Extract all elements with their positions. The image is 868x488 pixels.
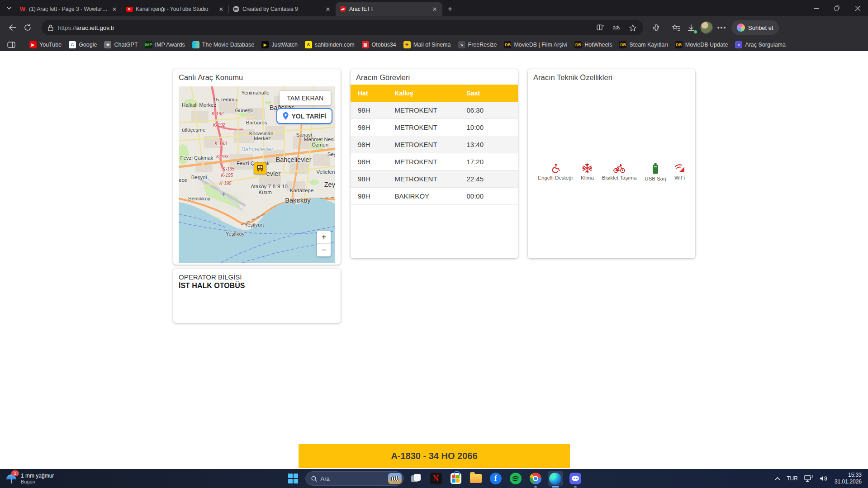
facebook-app[interactable]: f [488,471,503,486]
minimize-button[interactable] [806,0,826,16]
chrome-app[interactable] [528,471,543,486]
tab-close-icon[interactable]: ✕ [110,5,119,13]
spotify-app[interactable] [508,471,523,486]
bookmark-item[interactable]: The Movie Database [189,40,258,50]
map-place-label: Yeşilyurt [244,222,264,227]
bookmark-item[interactable]: DB MovieDB | Film Arşivi [500,40,571,50]
tab-close-icon[interactable]: ✕ [217,5,225,13]
search-highlight-zebra-image[interactable] [388,473,402,484]
bookmark-label: ChatGPT [114,42,138,48]
split-screen-icon[interactable] [593,20,608,35]
features-row: Engelli Desteği Klima Bisiklet Taşıma US… [528,163,695,181]
bookmark-favicon: DB [504,41,511,48]
tab-wowturkey[interactable]: W (1) Araç İett - Page 3 - Wowturkey ✕ [15,2,122,16]
microsoft-store-app[interactable] [448,471,464,486]
language-indicator[interactable]: TUR [787,475,798,482]
bookmark-favicon: G [69,41,76,48]
edge-app[interactable] [548,471,563,486]
zoom-out-button[interactable]: − [317,244,331,256]
column-saat: Saat [459,85,518,102]
directions-button[interactable]: YOL TARİFİ [276,108,332,124]
tab-camtasia[interactable]: Created by Camtasia 9 ✕ [229,2,336,16]
task-row: 98H METROKENT 22:45 [351,171,518,188]
task-departure: METROKENT [387,136,459,153]
bookmark-item[interactable]: DB MovieDB Update [672,40,732,50]
technical-features-card: Aracın Teknik Özellikleri Engelli Desteğ… [528,69,695,258]
discord-app[interactable] [568,471,583,486]
notification-badge: 1 [11,470,19,476]
url-text[interactable]: https://arac.iett.gov.tr [58,24,592,31]
address-bar[interactable]: https://arac.iett.gov.tr aあ [42,20,643,35]
vehicle-marker[interactable] [254,162,266,174]
downloads-icon[interactable] [683,20,699,35]
start-button[interactable] [285,471,301,486]
bookmark-favicon: ✈ [403,41,411,48]
sidebar-panel-icon[interactable] [5,40,17,49]
map-place-label: Mehmet Nesih [304,137,335,142]
bookmark-item[interactable]: DB Steam Kayıtları [616,40,671,50]
back-icon[interactable] [5,20,20,35]
file-explorer-app[interactable] [468,471,484,486]
speaker-icon[interactable] [820,475,828,482]
zoom-in-button[interactable]: + [317,231,331,244]
snowflake-icon [582,163,592,173]
copilot-chat-button[interactable]: Sohbet et [731,20,779,35]
add-favorite-star-icon[interactable] [625,20,640,35]
tab-title: Kanal içeriği - YouTube Studio [136,6,214,12]
bookmark-item[interactable]: ✈ Mall of Sinema [400,40,455,50]
bookmark-favicon: ▶ [261,41,269,48]
bookmark-item[interactable]: IMP IMP Awards [142,40,189,50]
vehicle-tasks-card: Aracın Görevleri Hat Kalkış Saat 98H MET… [351,69,518,258]
translate-icon[interactable]: aあ [609,20,624,35]
site-security-lock-icon[interactable] [48,24,53,31]
bookmark-label: sahibinden.com [315,42,355,48]
tab-close-icon[interactable]: ✕ [324,5,332,13]
network-icon[interactable] [804,475,813,483]
bookmark-item[interactable]: ● Araç Sorgulama [731,40,789,50]
bookmark-item[interactable]: ↘ FreeResize [455,40,501,50]
task-view-button[interactable] [408,471,424,486]
bookmark-item[interactable]: G Google [65,40,100,50]
bookmark-item[interactable]: ▶ YouTube [26,40,65,50]
bookmark-label: Steam Kayıtları [629,42,668,48]
extensions-icon[interactable] [649,20,664,35]
map-pin-icon [283,112,289,120]
close-window-button[interactable] [847,0,868,16]
bookmark-item[interactable]: S sahibinden.com [301,40,358,50]
tray-date: 31.01.2026 [835,479,862,485]
task-row: 98H METROKENT 13:40 [351,136,518,153]
system-tray: TUR 15:33 31.01.2026 [775,469,868,488]
restore-button[interactable] [826,0,847,16]
file-explorer-icon [470,474,482,483]
task-time: 22:45 [459,171,518,188]
favorites-list-icon[interactable] [668,20,683,35]
features-card-title: Aracın Teknik Özellikleri [528,69,695,85]
map-place-label: 15 Temmu [213,97,237,102]
bookmark-label: Mall of Sinema [413,42,451,48]
bookmark-item[interactable]: ✳ ChatGPT [100,40,141,50]
netflix-app[interactable]: N [428,471,444,486]
tab-search-button[interactable] [3,2,15,14]
tab-arac-iett[interactable]: Arac IETT ✕ [336,2,442,16]
fullscreen-button[interactable]: TAM EKRAN [280,91,331,105]
iett-icon [339,5,346,13]
bookmark-item[interactable]: ▥ Otobüs34 [358,40,400,50]
map[interactable]: ✈ [179,86,335,263]
taskbar-search[interactable]: Ara [305,471,404,486]
feature-wifi: WiFi [674,163,685,181]
new-tab-button[interactable]: + [444,3,456,15]
map-place-label: K-192 [212,111,224,116]
map-place-label: Yeşilköy [226,231,245,237]
profile-avatar[interactable] [699,20,714,35]
tab-youtube-studio[interactable]: Kanal içeriği - YouTube Studio ✕ [122,2,229,16]
more-menu-icon[interactable]: ••• [714,20,730,35]
weather-widget[interactable]: 1 1 mm yağmur Bugün [0,469,60,488]
bookmark-item[interactable]: ▶ JustWatch [258,40,301,50]
refresh-icon[interactable] [20,20,35,35]
feature-label: WiFi [674,175,685,180]
tray-time: 15:33 [835,472,862,479]
tray-chevron-icon[interactable] [775,477,780,480]
bookmark-item[interactable]: DB HotWheels [571,40,616,50]
clock[interactable]: 15:33 31.01.2026 [835,472,862,485]
tab-close-icon[interactable]: ✕ [431,5,439,13]
